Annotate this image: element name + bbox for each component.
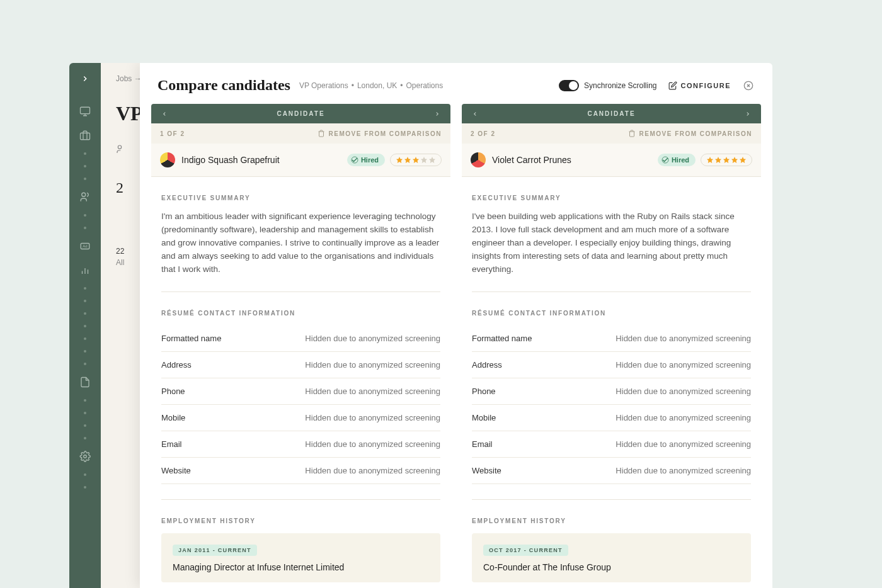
candidate-name[interactable]: Indigo Squash Grapefruit — [181, 155, 280, 165]
star-rating[interactable] — [390, 154, 442, 166]
contact-label: Phone — [161, 387, 185, 396]
svg-point-4 — [82, 193, 86, 196]
users-icon[interactable] — [79, 191, 91, 203]
svg-marker-23 — [715, 157, 721, 163]
close-button[interactable] — [742, 79, 755, 92]
contact-row: Mobile Hidden due to anonymized screenin… — [472, 405, 751, 431]
divider — [161, 291, 440, 292]
column-subheader: 2 of 2 Remove from comparison — [462, 123, 761, 144]
column-subheader: 1 of 2 Remove from comparison — [151, 123, 450, 144]
contact-value: Hidden due to anonymized screening — [616, 466, 751, 475]
contact-label: Formatted name — [472, 334, 532, 343]
executive-summary-label: Executive Summary — [161, 195, 440, 201]
candidate-header-row: Violet Carrot Prunes Hired — [462, 144, 761, 177]
contact-row: Address Hidden due to anonymized screeni… — [161, 352, 440, 378]
svg-text:Ad: Ad — [83, 244, 87, 248]
status-text: Hired — [672, 156, 689, 164]
status-text: Hired — [361, 156, 379, 164]
sidebar-dot — [84, 287, 86, 290]
monitor-icon[interactable] — [79, 106, 91, 117]
contact-label: Email — [472, 439, 493, 449]
svg-point-10 — [84, 455, 87, 458]
breadcrumb-jobs[interactable]: Jobs — [116, 74, 132, 83]
executive-summary-label: Executive Summary — [472, 195, 751, 201]
executive-summary-text: I've been building web applications with… — [472, 210, 751, 276]
contact-value: Hidden due to anonymized screening — [305, 466, 440, 475]
employment-history-label: Employment History — [161, 517, 440, 524]
employment-title: Co-Founder at The Infuse Group — [483, 562, 740, 572]
gear-icon[interactable] — [79, 451, 91, 462]
sidebar-dot — [84, 312, 86, 315]
contact-row: Mobile Hidden due to anonymized screenin… — [161, 405, 440, 431]
document-icon[interactable] — [79, 376, 91, 388]
sidebar-dot — [84, 437, 86, 439]
chart-icon[interactable] — [79, 264, 91, 276]
trash-icon — [318, 130, 325, 137]
employment-history-label: Employment History — [472, 517, 751, 524]
employment-title: Managing Director at Infuse Internet Lim… — [173, 562, 429, 572]
remove-label: Remove from comparison — [639, 130, 752, 137]
sidebar-expand-button[interactable] — [77, 71, 93, 87]
meta-location: London, UK — [357, 81, 397, 90]
users-icon — [116, 144, 126, 154]
resume-contact-label: Résumé Contact Information — [472, 310, 751, 317]
sidebar-dot — [84, 165, 86, 167]
employment-card: Oct 2017 - Current Co-Founder at The Inf… — [472, 533, 751, 582]
contact-row: Formatted name Hidden due to anonymized … — [472, 325, 751, 352]
configure-button[interactable]: Configure — [668, 81, 731, 90]
contact-label: Address — [161, 360, 192, 370]
column-body[interactable]: Executive Summary I've been building web… — [462, 177, 761, 588]
remove-from-comparison-button[interactable]: Remove from comparison — [628, 130, 752, 137]
contact-value: Hidden due to anonymized screening — [616, 360, 751, 370]
briefcase-icon[interactable] — [79, 130, 91, 141]
svg-marker-25 — [731, 157, 738, 163]
svg-marker-22 — [707, 157, 713, 163]
modal-header: Compare candidates VP Operations•London,… — [140, 63, 772, 104]
contact-row: Website Hidden due to anonymized screeni… — [472, 458, 751, 484]
next-candidate-button[interactable] — [742, 111, 753, 117]
meta-role: VP Operations — [299, 81, 348, 90]
sidebar-dot — [84, 227, 86, 229]
candidate-column: Candidate 1 of 2 Remove from comparison … — [151, 104, 450, 588]
sidebar-dot — [84, 337, 86, 340]
toggle-switch[interactable] — [559, 80, 579, 91]
sidebar-dot — [84, 152, 86, 155]
sync-scroll-toggle[interactable]: Synchronize Scrolling — [559, 80, 656, 91]
employment-dates: Jan 2011 - Current — [173, 545, 257, 556]
column-header: Candidate — [151, 104, 450, 123]
meta-dept: Operations — [406, 81, 444, 90]
contact-value: Hidden due to anonymized screening — [305, 334, 440, 343]
contact-value: Hidden due to anonymized screening — [305, 413, 440, 422]
prev-candidate-button[interactable] — [469, 111, 481, 117]
prev-candidate-button[interactable] — [159, 111, 170, 117]
contact-label: Website — [161, 466, 191, 475]
candidate-name[interactable]: Violet Carrot Prunes — [492, 155, 571, 165]
contact-value: Hidden due to anonymized screening — [616, 413, 751, 422]
sidebar-dot — [84, 300, 86, 302]
main-area: Jobs → V VP 2 22 All Compare candidates … — [101, 63, 772, 588]
next-candidate-button[interactable] — [432, 111, 443, 117]
contact-label: Address — [472, 360, 502, 370]
column-body[interactable]: Executive Summary I'm an ambitious leade… — [151, 177, 450, 588]
star-rating[interactable] — [701, 154, 752, 166]
contact-row: Email Hidden due to anonymized screening — [161, 431, 440, 458]
svg-rect-3 — [81, 133, 90, 140]
remove-from-comparison-button[interactable]: Remove from comparison — [318, 130, 442, 137]
svg-marker-18 — [413, 157, 419, 163]
sidebar-dot — [84, 325, 86, 327]
column-header-label: Candidate — [277, 110, 324, 117]
sidebar-dot — [84, 473, 86, 476]
column-header-label: Candidate — [587, 110, 635, 117]
svg-rect-0 — [81, 107, 90, 114]
sidebar-dot — [84, 412, 86, 414]
divider — [161, 499, 440, 500]
sidebar: Ad — [69, 63, 101, 588]
ad-icon[interactable]: Ad — [79, 240, 91, 252]
configure-label: Configure — [681, 82, 731, 89]
trash-icon — [628, 130, 636, 137]
sidebar-dot — [84, 363, 86, 365]
sidebar-dot — [84, 350, 86, 353]
contact-value: Hidden due to anonymized screening — [616, 387, 751, 396]
toggle-label: Synchronize Scrolling — [584, 81, 656, 90]
employment-card: Jan 2011 - Current Managing Director at … — [161, 533, 440, 582]
